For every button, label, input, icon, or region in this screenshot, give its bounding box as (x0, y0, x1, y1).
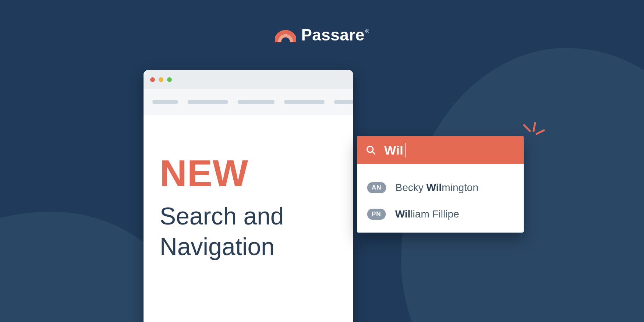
window-titlebar (144, 70, 353, 89)
svg-line-0 (524, 125, 530, 131)
search-results: AN Becky Wilmington PN William Fillipe (357, 164, 524, 233)
text-cursor (405, 143, 406, 158)
toolbar-placeholder (334, 100, 353, 104)
search-bar[interactable]: Wil (357, 136, 524, 164)
headline-text: Search and Navigation (160, 201, 337, 262)
toolbar-placeholder (284, 100, 325, 104)
result-name-match: Wil (395, 208, 411, 220)
result-name-match: Wil (427, 182, 442, 193)
search-result-item[interactable]: PN William Fillipe (357, 201, 524, 227)
headline-line-2: Navigation (160, 233, 275, 260)
browser-toolbar (144, 89, 353, 115)
registered-mark: ® (365, 28, 369, 34)
result-name: Becky Wilmington (396, 182, 478, 194)
passare-arch-icon (275, 28, 296, 42)
headline-line-1: Search and (160, 202, 284, 230)
svg-line-2 (537, 130, 544, 134)
result-type-badge: AN (367, 182, 386, 193)
sparkle-accent-icon (520, 121, 546, 147)
search-popover: Wil AN Becky Wilmington PN William Filli… (357, 136, 524, 233)
brand-name: Passare® (301, 26, 368, 44)
search-input[interactable]: Wil (384, 143, 406, 158)
brand-logo: Passare® (0, 26, 644, 44)
result-name: William Fillipe (395, 208, 459, 220)
toolbar-placeholder (152, 100, 178, 104)
search-result-item[interactable]: AN Becky Wilmington (357, 174, 524, 201)
window-maximize-dot[interactable] (167, 77, 172, 82)
svg-line-1 (534, 123, 535, 131)
result-name-pre: Becky (396, 182, 427, 193)
search-icon (366, 145, 376, 155)
browser-body: NEW Search and Navigation (144, 115, 353, 262)
toolbar-placeholder (238, 100, 275, 104)
result-type-badge: PN (367, 209, 386, 220)
result-name-post: mington (442, 182, 478, 193)
result-name-post: liam Fillipe (410, 208, 459, 220)
browser-window-mock: NEW Search and Navigation (144, 70, 353, 322)
headline-badge: NEW (160, 155, 337, 192)
svg-line-4 (372, 152, 375, 154)
window-minimize-dot[interactable] (159, 77, 163, 82)
brand-name-text: Passare (301, 26, 364, 44)
toolbar-placeholder (188, 100, 228, 104)
window-close-dot[interactable] (150, 77, 155, 82)
search-query-text: Wil (384, 143, 403, 158)
